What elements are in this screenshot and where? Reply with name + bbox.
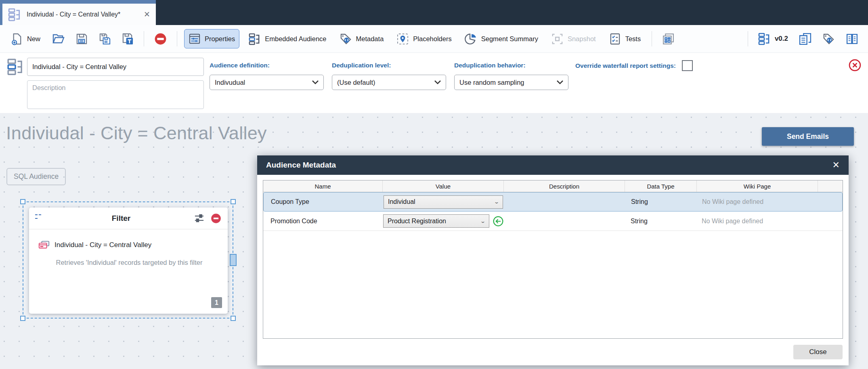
filter-card-body: Individual - City = Central Valley Retri… (29, 229, 228, 313)
documentation-button[interactable] (843, 29, 862, 49)
column-header-name: Name (263, 180, 383, 192)
copy-documents-icon (799, 32, 812, 46)
audience-definition-label: Audience definition: (210, 62, 270, 69)
new-button[interactable]: New (6, 29, 44, 48)
save-icon (75, 33, 88, 45)
filter-card-title: Filter (54, 214, 188, 223)
tab-bar: Indiviudal - City = Central Valley* ✕ (0, 0, 868, 25)
resize-handle-bottom-right[interactable] (231, 316, 236, 321)
filter-description: Retrieves 'Individual' records targeted … (38, 259, 220, 266)
embedded-audience-icon (248, 33, 261, 45)
override-waterfall-label: Override waterfall report settings: (575, 62, 676, 69)
chevron-down-icon (434, 80, 441, 84)
filter-card[interactable]: Filter Individual - City = Central Valle… (29, 208, 228, 314)
tab-title: Indiviudal - City = Central Valley* (27, 11, 120, 18)
description-input[interactable] (27, 80, 204, 109)
coupon-type-select[interactable]: Individual ⌄ (384, 195, 503, 209)
resize-handle-top-right[interactable] (231, 199, 236, 204)
close-properties-icon[interactable] (848, 59, 862, 72)
send-emails-button[interactable]: Send Emails (762, 127, 854, 146)
table-row-coupon-type[interactable]: Coupon Type Individual ⌄ String No Wiki … (263, 192, 843, 212)
forms-button[interactable] (659, 29, 678, 49)
sql-audience-button[interactable]: SQL Audience (6, 168, 66, 185)
placeholders-tab[interactable]: Placeholders (392, 29, 455, 48)
dialog-close-icon[interactable]: ✕ (832, 161, 840, 170)
resize-handle-right-middle[interactable] (230, 254, 237, 266)
dedup-behavior-label: Deduplication behavior: (454, 62, 526, 69)
snapshot-tab: Snapshot (547, 29, 600, 48)
audience-flowchart-icon (6, 58, 24, 75)
revert-value-icon[interactable] (493, 216, 504, 227)
segment-summary-label: Segment Summary (481, 35, 538, 43)
open-button[interactable] (49, 29, 68, 48)
properties-icon (189, 33, 201, 45)
toolbar-separator (652, 31, 652, 46)
metadata-value-cell: Individual ⌄ (383, 195, 504, 209)
chevron-down-icon: ⌄ (480, 218, 486, 224)
tests-tab-label: Tests (625, 35, 641, 43)
table-empty-area (263, 231, 843, 338)
filter-target-label: Individual - City = Central Valley (55, 241, 151, 249)
segment-summary-pie-icon (465, 33, 477, 45)
filter-selection-box[interactable]: Filter Individual - City = Central Valle… (23, 201, 233, 319)
snapshot-icon (551, 33, 564, 45)
metadata-table: Name Value Description Data Type Wiki Pa… (263, 180, 843, 339)
column-header-data-type: Data Type (625, 180, 697, 192)
metadata-data-type: String (625, 218, 697, 225)
record-cards-icon (38, 239, 50, 251)
toolbar-separator (177, 31, 177, 46)
properties-panel: Audience definition: Indivudual Deduplic… (0, 53, 868, 113)
column-header-description: Description (504, 180, 625, 192)
tab-close-icon[interactable]: ✕ (144, 10, 150, 18)
metadata-table-header: Name Value Description Data Type Wiki Pa… (263, 180, 843, 192)
override-waterfall-checkbox[interactable] (682, 60, 693, 71)
promotion-code-value: Product Registration (388, 218, 446, 225)
table-row-promotion-code[interactable]: Promotion Code Product Registration ⌄ St… (263, 212, 843, 231)
drag-handle-icon[interactable] (35, 214, 48, 223)
app-window: Indiviudal - City = Central Valley* ✕ Ne… (0, 0, 868, 369)
embedded-audience-tab[interactable]: Embedded Audience (244, 29, 330, 48)
resize-handle-top-left[interactable] (20, 199, 25, 204)
save-template-button[interactable] (119, 29, 137, 48)
save-button[interactable] (73, 29, 91, 48)
main-toolbar: New (0, 25, 868, 53)
segment-summary-tab[interactable]: Segment Summary (461, 29, 542, 48)
column-header-actions (818, 180, 843, 192)
dialog-header[interactable]: Audience Metadata ✕ (257, 155, 849, 175)
save-copy-button[interactable] (96, 29, 114, 48)
tests-checklist-icon (609, 33, 621, 45)
audience-definition-value: Indivudual (215, 79, 245, 86)
audience-version-indicator[interactable]: v0.2 (755, 29, 791, 48)
embedded-audience-label: Embedded Audience (265, 35, 326, 43)
deactivate-button[interactable] (151, 29, 170, 49)
override-waterfall-group: Override waterfall report settings: (575, 53, 721, 113)
metadata-data-type: String (625, 198, 697, 205)
filter-target-item[interactable]: Individual - City = Central Valley (38, 239, 220, 251)
block-icon (154, 32, 167, 46)
placeholders-tab-label: Placeholders (413, 35, 451, 43)
audience-definition-select[interactable]: Indivudual (210, 75, 324, 90)
properties-tab[interactable]: Properties (184, 29, 239, 48)
properties-tab-label: Properties (205, 35, 235, 43)
copy-documents-button[interactable] (796, 29, 815, 49)
chevron-down-icon: ⌄ (494, 199, 499, 205)
dialog-title: Audience Metadata (266, 161, 336, 170)
filter-settings-icon[interactable] (194, 213, 205, 224)
resize-handle-bottom-left[interactable] (20, 316, 25, 321)
tag-button[interactable] (820, 29, 838, 48)
audience-tab[interactable]: Indiviudal - City = Central Valley* ✕ (0, 0, 156, 25)
dedup-level-select[interactable]: (Use default) (332, 75, 446, 90)
promotion-code-select[interactable]: Product Registration ⌄ (383, 214, 489, 228)
audience-canvas[interactable]: Indiviudal - City = Central Valley SQL A… (0, 113, 868, 369)
tests-tab[interactable]: Tests (605, 29, 645, 48)
metadata-tab[interactable]: Metadata (335, 29, 388, 48)
metadata-wiki-page: No Wiki page defined (697, 218, 818, 225)
filter-count-badge: 1 (211, 297, 222, 308)
canvas-title: Indiviudal - City = Central Valley (6, 123, 267, 144)
audience-name-input[interactable] (27, 58, 204, 76)
open-folder-icon (52, 32, 65, 45)
remove-filter-icon[interactable] (210, 213, 222, 224)
dedup-behavior-select[interactable]: Use random sampling (454, 75, 568, 90)
chevron-down-icon (312, 80, 319, 84)
close-dialog-button[interactable]: Close (793, 345, 843, 359)
